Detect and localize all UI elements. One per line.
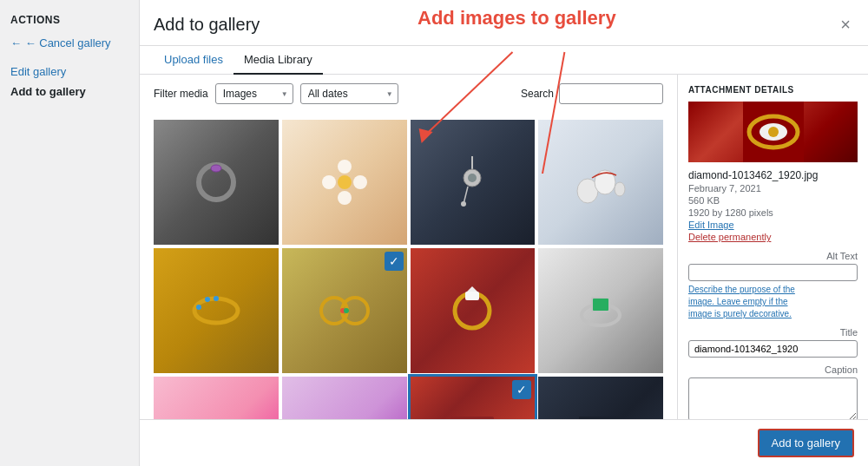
filter-media-label: Filter media — [154, 88, 208, 100]
media-grid: ✓ — [154, 120, 663, 419]
attachment-panel-title: ATTACHMENT DETAILS — [688, 85, 858, 95]
media-grid-scroll[interactable]: ✓ — [140, 113, 677, 419]
svg-rect-39 — [579, 417, 622, 419]
svg-point-15 — [461, 201, 466, 207]
modal-wrapper: Add images to gallery Add to gallery × U… — [139, 0, 868, 466]
caption-field-row: Caption — [688, 364, 858, 419]
attachment-filename: diamond-1013462_1920.jpg — [688, 169, 858, 181]
svg-point-20 — [196, 305, 201, 310]
svg-point-6 — [338, 175, 352, 189]
svg-point-7 — [338, 160, 352, 174]
modal-close-button[interactable]: × — [837, 12, 854, 36]
tab-upload-files[interactable]: Upload files — [154, 46, 233, 75]
title-label: Title — [688, 327, 858, 338]
svg-rect-30 — [592, 298, 609, 312]
modal-header: Add to gallery × — [140, 0, 868, 46]
title-input[interactable]: diamond-1013462_1920 — [688, 340, 858, 358]
title-field-row: Title diamond-1013462_1920 — [688, 327, 858, 358]
app-layout: Actions ← Cancel gallery Edit gallery Ad… — [0, 0, 868, 466]
media-item[interactable] — [154, 120, 279, 245]
alt-text-label: Alt Text — [688, 251, 858, 261]
check-mark-selected: ✓ — [512, 380, 531, 399]
media-area: Filter media Images Audio Video All date… — [140, 75, 677, 419]
filter-type-wrapper: Images Audio Video — [215, 83, 293, 104]
attachment-dimensions: 1920 by 1280 pixels — [688, 207, 858, 218]
attachment-thumbnail — [688, 102, 858, 162]
svg-point-8 — [338, 191, 352, 205]
cancel-gallery-link[interactable]: ← Cancel gallery — [10, 36, 128, 49]
svg-point-26 — [344, 308, 349, 313]
caption-label: Caption — [688, 364, 858, 375]
sidebar: Actions ← Cancel gallery Edit gallery Ad… — [0, 0, 139, 466]
check-mark: ✓ — [385, 252, 404, 271]
media-item[interactable]: ✓ — [282, 248, 407, 373]
media-item[interactable] — [154, 377, 279, 420]
media-item[interactable] — [411, 120, 536, 245]
edit-image-link[interactable]: Edit Image — [688, 220, 858, 230]
attachment-panel: ATTACHMENT DETAILS diamond-1013462_1920.… — [677, 75, 868, 419]
svg-point-22 — [214, 296, 219, 301]
alt-text-input[interactable] — [688, 264, 858, 281]
sidebar-item-edit-gallery[interactable]: Edit gallery — [10, 65, 128, 78]
modal-body: Filter media Images Audio Video All date… — [140, 75, 868, 419]
media-item[interactable] — [538, 248, 663, 373]
svg-line-14 — [464, 187, 468, 204]
tab-media-library[interactable]: Media Library — [233, 46, 323, 75]
add-to-gallery-button[interactable]: Add to gallery — [758, 429, 855, 457]
attachment-date: February 7, 2021 — [688, 183, 858, 194]
media-item[interactable] — [538, 377, 663, 420]
tabs-bar: Upload files Media Library — [140, 46, 868, 75]
svg-rect-28 — [465, 292, 479, 300]
search-area: Search — [521, 83, 663, 104]
media-item-selected[interactable]: ✓ — [411, 377, 536, 420]
svg-point-9 — [322, 175, 336, 189]
sidebar-actions-label: Actions — [10, 14, 128, 26]
alt-text-hint: Describe the purpose of the image. Leave… — [688, 284, 858, 320]
search-label: Search — [521, 88, 554, 100]
filter-date-wrapper: All dates January 2021 February 2021 — [300, 83, 398, 104]
delete-permanently-link[interactable]: Delete permanently — [688, 232, 858, 242]
sidebar-item-add-to-gallery[interactable]: Add to gallery — [10, 85, 128, 98]
media-item[interactable] — [538, 120, 663, 245]
modal-footer: Add to gallery — [140, 419, 868, 466]
svg-point-45 — [768, 127, 779, 137]
media-item[interactable] — [154, 248, 279, 373]
search-input[interactable] — [559, 83, 663, 104]
attachment-size: 560 KB — [688, 195, 858, 206]
modal-title: Add to gallery — [154, 15, 260, 35]
svg-point-13 — [468, 174, 477, 182]
media-item[interactable] — [282, 120, 407, 245]
svg-point-21 — [205, 297, 210, 302]
filter-date-select[interactable]: All dates January 2021 February 2021 — [300, 83, 398, 104]
alt-text-field-row: Alt Text Describe the purpose of the ima… — [688, 251, 858, 320]
svg-point-5 — [211, 165, 221, 172]
filter-type-select[interactable]: Images Audio Video — [215, 83, 293, 104]
svg-point-10 — [353, 175, 367, 189]
media-item[interactable] — [411, 248, 536, 373]
media-item[interactable] — [282, 377, 407, 420]
svg-rect-35 — [450, 417, 494, 419]
filter-bar: Filter media Images Audio Video All date… — [140, 75, 677, 113]
caption-input[interactable] — [688, 377, 858, 419]
svg-point-19 — [194, 299, 238, 323]
svg-point-18 — [615, 182, 625, 196]
